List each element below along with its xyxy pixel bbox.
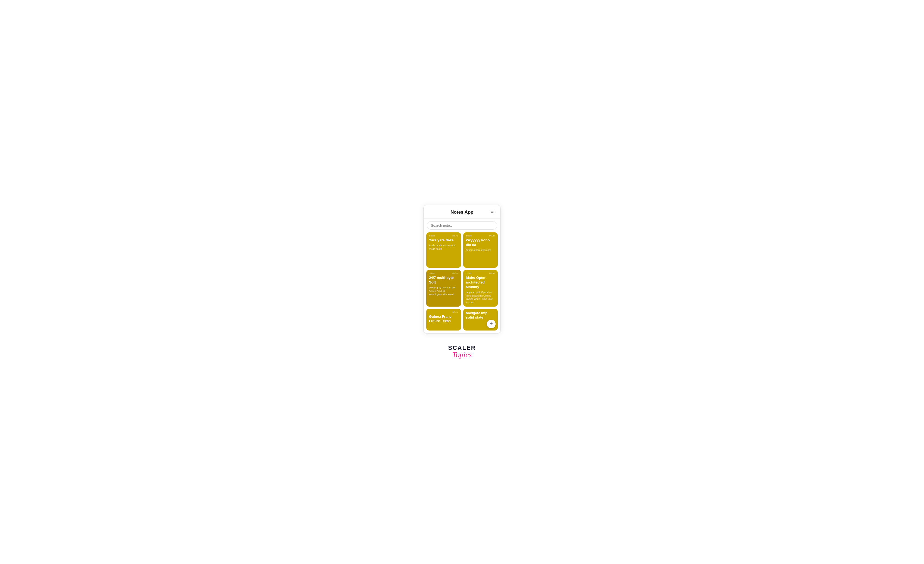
search-container <box>423 218 501 232</box>
note-category: circuit <box>466 272 472 275</box>
note-meta: circuit 08 Jul <box>466 272 495 275</box>
note-meta: circuit 06 Jul <box>466 235 495 237</box>
note-meta: circuit 08 Jul <box>429 272 458 275</box>
note-card[interactable]: circuit 08 Jul 24/7 multi-byte Soft 1080… <box>426 270 461 306</box>
note-date: 08 Jul <box>452 311 458 313</box>
note-category: circuit <box>429 272 435 275</box>
note-meta: 08 Jul <box>429 311 458 313</box>
note-category: circuit <box>466 235 472 237</box>
note-title: Idaho Open-architected Mobility <box>466 275 495 289</box>
note-body: Oraoraoraoraoraoraora <box>466 248 495 252</box>
note-title: Wryyyyy kono dio da <box>466 238 495 247</box>
note-card[interactable]: circuit 05 Jul Yare yare daze Muda muda … <box>426 232 461 268</box>
add-note-button[interactable]: + <box>487 320 495 328</box>
app-title: Notes App <box>450 209 473 215</box>
note-date: 08 Jul <box>452 272 458 275</box>
note-card[interactable]: navigate imp solid state + <box>463 309 498 331</box>
note-title: Yare yare daze <box>429 238 458 243</box>
note-date: 05 Jul <box>452 235 458 237</box>
note-card[interactable]: 08 Jul Guinea Franc Future Texas <box>426 309 461 331</box>
note-meta: circuit 05 Jul <box>429 235 458 237</box>
note-card[interactable]: circuit 08 Jul Idaho Open-architected Mo… <box>463 270 498 306</box>
note-title: navigate imp solid state <box>466 311 495 320</box>
search-input[interactable] <box>427 221 497 230</box>
note-title: 24/7 multi-byte Soft <box>429 275 458 285</box>
app-header: Notes App ≡↓ <box>423 205 501 218</box>
note-card[interactable]: circuit 06 Jul Wryyyyy kono dio da Oraor… <box>463 232 498 268</box>
branding: SCALER Topics <box>448 344 476 359</box>
note-date: 08 Jul <box>489 272 495 275</box>
note-title: Guinea Franc Future Texas <box>429 314 458 324</box>
notes-grid: circuit 05 Jul Yare yare daze Muda muda … <box>423 232 501 333</box>
note-body: 1080p grey payment port Shoes Product Wa… <box>429 286 458 296</box>
brand-topics-text: Topics <box>452 350 472 359</box>
note-date: 06 Jul <box>489 235 495 237</box>
phone-frame: Notes App ≡↓ circuit 05 Jul Yare yare da… <box>423 205 501 333</box>
note-body: engineer pink Operative Iowa Equatorial … <box>466 290 495 304</box>
note-body: Muda muda muda muda muda muda <box>429 244 458 251</box>
note-category: circuit <box>429 235 435 237</box>
sort-icon[interactable]: ≡↓ <box>490 209 496 215</box>
